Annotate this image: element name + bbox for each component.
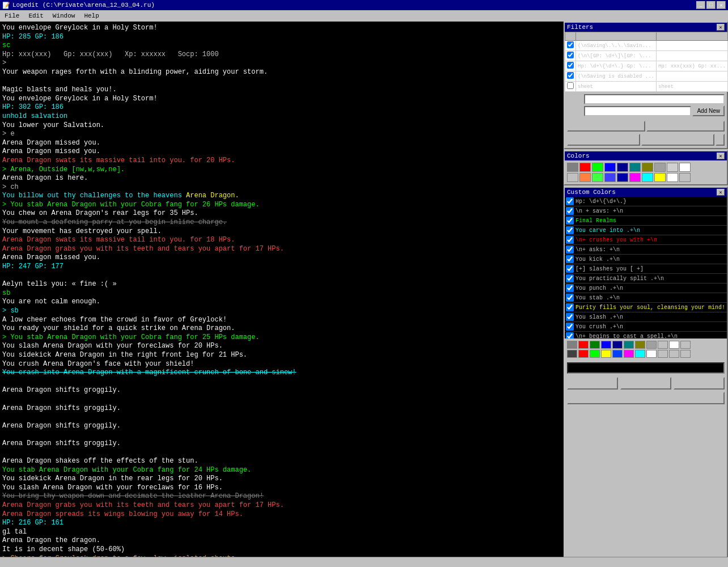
filter-check-2[interactable] [567,52,574,58]
custom-color-check-9[interactable] [566,284,574,292]
apply-filters-arrow[interactable]: ▼ [716,134,725,146]
colors-close-button[interactable]: ✕ [717,153,725,159]
custom-swatch-16[interactable] [624,350,634,358]
custom-color-check-0[interactable] [566,197,574,205]
custom-swatch-7[interactable] [635,341,645,349]
custom-color-item-9[interactable]: You punch .+\n [565,284,727,293]
custom-apply-colors-button[interactable]: Apply Colors [567,392,725,404]
delete-filter-button[interactable]: Delete this Filter [646,121,725,132]
custom-add-button[interactable]: Add [567,377,618,390]
color-swatch-silver2[interactable] [679,173,691,182]
color-swatch-teal[interactable] [629,163,641,172]
apply-filters-button[interactable]: Apply Filters [641,134,714,146]
custom-delete-button[interactable]: Delete [674,377,725,390]
maximize-button[interactable]: □ [706,1,716,9]
filter-check-5[interactable] [567,82,574,89]
custom-swatch-18[interactable] [646,350,657,358]
menu-edit[interactable]: Edit [26,12,45,20]
custom-swatch-11[interactable] [567,350,577,358]
custom-color-item-10[interactable]: You stab .+\n [565,293,727,303]
custom-color-check-14[interactable] [566,332,574,338]
custom-swatch-1[interactable] [567,341,577,349]
custom-color-item-12[interactable]: You slash .+\n [565,312,727,322]
custom-colors-list[interactable]: Hp: \d+\{\d+\.}\n + savs: +\nFinal Realm… [565,197,727,338]
custom-color-item-11[interactable]: Purity fills your soul, cleansing your m… [565,303,727,312]
custom-color-item-2[interactable]: Final Realms [565,216,727,226]
custom-swatch-scroll-down[interactable]: ▼ [680,350,691,358]
filters-close-button[interactable]: ✕ [717,24,725,31]
custom-color-check-8[interactable] [566,274,574,282]
custom-color-item-6[interactable]: You kick .+\n [565,255,727,264]
custom-color-check-7[interactable] [566,265,574,273]
color-swatch-white2[interactable] [667,173,678,182]
custom-color-check-12[interactable] [566,313,574,321]
color-swatch-magenta[interactable] [629,173,641,182]
custom-swatch-20[interactable] [669,350,679,358]
custom-color-check-6[interactable] [566,255,574,263]
color-swatch-yellow[interactable] [654,173,666,182]
custom-color-item-1[interactable]: \n + savs: +\n [565,206,727,216]
update-filter-button[interactable]: Update this Filter [567,121,645,132]
custom-color-check-2[interactable] [566,217,574,225]
color-swatch-navy[interactable] [617,173,628,182]
menu-window[interactable]: Window [50,12,78,20]
color-swatch-lightgray[interactable] [654,163,666,172]
custom-color-check-1[interactable] [566,207,574,215]
color-swatch-red[interactable] [579,163,591,172]
color-swatch-orange[interactable] [579,173,591,182]
color-swatch-gray[interactable] [567,163,578,172]
custom-swatch-8[interactable] [646,341,657,349]
filter-to-input[interactable] [584,106,691,116]
custom-color-item-8[interactable]: You practically split .+\n [565,274,727,284]
custom-swatch-6[interactable] [624,341,634,349]
custom-color-check-10[interactable] [566,294,574,302]
color-swatch-c0[interactable] [567,173,578,182]
close-button[interactable]: ✕ [717,1,726,9]
color-swatch-silver[interactable] [667,163,678,172]
menu-help[interactable]: Help [82,12,101,20]
update-count-button[interactable]: Update Count [567,134,640,146]
custom-color-item-13[interactable]: You crush .+\n [565,322,727,332]
color-swatch-lime[interactable] [592,173,603,182]
custom-swatch-4[interactable] [601,341,611,349]
custom-color-check-5[interactable] [566,246,574,253]
custom-swatch-9[interactable] [658,341,668,349]
custom-color-check-11[interactable] [566,303,574,311]
custom-color-check-13[interactable] [566,323,574,331]
custom-swatch-2[interactable] [578,341,589,349]
color-swatch-cornblue[interactable] [604,173,616,182]
custom-color-item-0[interactable]: Hp: \d+\{\d+\.} [565,197,727,206]
custom-color-item-14[interactable]: \n+ begins to cast a spell.+\n [565,332,727,338]
custom-color-check-4[interactable] [566,236,574,244]
custom-color-item-4[interactable]: \n+ crushes you with +\n [565,235,727,245]
custom-color-check-3[interactable] [566,226,574,234]
filter-from-input[interactable] [584,94,725,104]
custom-swatch-5[interactable] [612,341,623,349]
color-swatch-darkblue[interactable] [617,163,628,172]
custom-swatch-14[interactable] [601,350,611,358]
custom-color-item-5[interactable]: \n+ asks: +\n [565,245,727,255]
color-swatch-olive[interactable] [642,163,653,172]
custom-swatch-12[interactable] [578,350,589,358]
custom-colors-close-button[interactable]: ✕ [717,189,725,196]
custom-swatch-10[interactable] [669,341,679,349]
filter-check-1[interactable] [567,41,574,48]
custom-swatch-13[interactable] [590,350,600,358]
custom-swatch-17[interactable] [635,350,645,358]
custom-update-button[interactable]: Update [620,377,671,390]
custom-color-item-7[interactable]: [+] slashes you [ +] [565,264,727,274]
filter-check-4[interactable] [567,72,574,79]
color-swatch-blue[interactable] [604,163,616,172]
custom-swatch-19[interactable] [658,350,668,358]
terminal[interactable]: You envelope Greylock in a Holy Storm! H… [0,22,564,567]
color-swatch-green[interactable] [592,163,603,172]
custom-swatch-15[interactable] [612,350,623,358]
filter-add-new-button-2[interactable]: Add New [692,105,725,116]
custom-swatch-3[interactable] [590,341,600,349]
color-swatch-cyan[interactable] [642,173,653,182]
custom-color-item-3[interactable]: You carve into .+\n [565,226,727,235]
color-swatch-white[interactable] [679,163,691,172]
custom-swatch-scroll-up[interactable]: ▲ [680,341,691,349]
menu-file[interactable]: File [2,12,22,20]
filter-check-3[interactable] [567,62,574,69]
